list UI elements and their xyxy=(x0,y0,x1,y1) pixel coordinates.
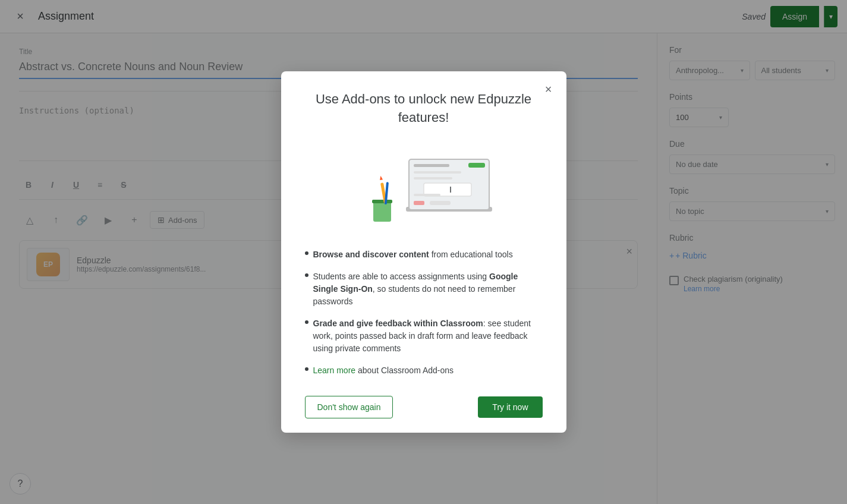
svg-rect-0 xyxy=(373,201,391,222)
bullet-dot-1 xyxy=(305,251,308,255)
modal-footer: Don't show again Try it now xyxy=(281,386,566,418)
bullet-text-4: Learn more about Classroom Add-ons xyxy=(313,364,454,377)
bullet-dot-4 xyxy=(305,367,308,371)
modal-close-button[interactable]: × xyxy=(538,78,559,100)
laptop-illustration xyxy=(355,141,492,237)
bullet-item-1: Browse and discover content from educati… xyxy=(305,248,543,261)
learn-more-link[interactable]: Learn more xyxy=(313,366,356,375)
modal-title: Use Add-ons to unlock new Edpuzzle featu… xyxy=(281,71,566,137)
bullet-dot-3 xyxy=(305,320,308,324)
bullet-text-3: Grade and give feedback within Classroom… xyxy=(313,317,543,355)
svg-rect-8 xyxy=(414,164,449,167)
dont-show-again-button[interactable]: Don't show again xyxy=(305,396,393,418)
bullet-item-3: Grade and give feedback within Classroom… xyxy=(305,317,543,355)
modal-overlay[interactable]: × Use Add-ons to unlock new Edpuzzle fea… xyxy=(0,0,847,504)
svg-marker-3 xyxy=(379,175,382,180)
svg-rect-9 xyxy=(468,163,485,168)
svg-rect-11 xyxy=(414,177,452,179)
modal: × Use Add-ons to unlock new Edpuzzle fea… xyxy=(281,71,566,433)
try-it-now-button[interactable]: Try it now xyxy=(478,396,542,418)
modal-image xyxy=(281,141,566,237)
bullet-dot-2 xyxy=(305,273,308,277)
svg-rect-15 xyxy=(414,201,424,205)
svg-rect-16 xyxy=(414,194,440,196)
bullet-item-2: Students are able to access assignments … xyxy=(305,270,543,308)
bullet-text-1: Browse and discover content from educati… xyxy=(313,248,513,261)
svg-rect-14 xyxy=(430,201,451,205)
bullet-item-4: Learn more about Classroom Add-ons xyxy=(305,364,543,377)
svg-rect-10 xyxy=(414,171,461,174)
bullet-text-2: Students are able to access assignments … xyxy=(313,270,543,308)
modal-body: Browse and discover content from educati… xyxy=(281,248,566,377)
svg-rect-1 xyxy=(372,200,392,203)
